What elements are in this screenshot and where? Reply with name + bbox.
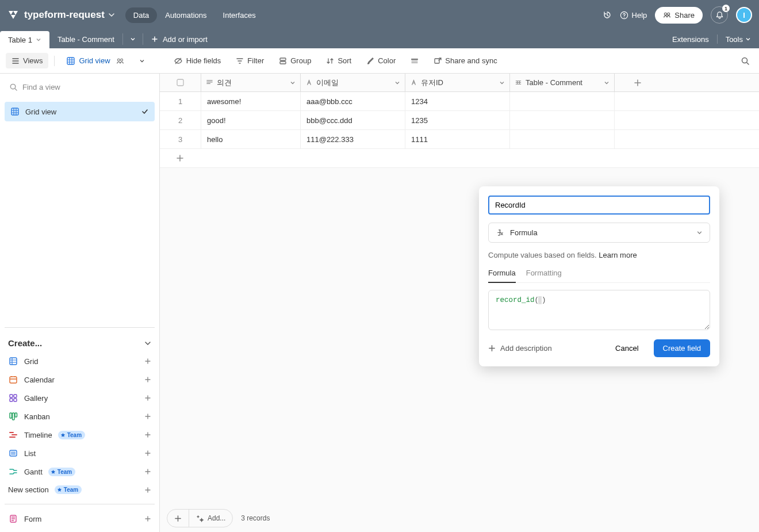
create-gantt[interactable]: Gantt Team (5, 463, 155, 480)
column-header-userid[interactable]: 유저ID (405, 74, 510, 91)
app-logo-icon (7, 9, 20, 21)
svg-point-12 (742, 58, 747, 63)
add-or-import-button[interactable]: Add or import (143, 30, 216, 48)
nav-tab-automations[interactable]: Automations (157, 7, 214, 23)
cell[interactable] (510, 130, 615, 148)
cell[interactable]: aaa@bbb.ccc (301, 92, 405, 110)
sort-button[interactable]: Sort (320, 53, 357, 68)
nav-tab-interfaces[interactable]: Interfaces (215, 7, 264, 23)
chevron-down-icon[interactable] (108, 12, 115, 18)
search-button[interactable] (737, 53, 753, 69)
create-timeline[interactable]: Timeline Team (5, 426, 155, 443)
svg-marker-1 (13, 11, 18, 15)
cancel-button[interactable]: Cancel (606, 339, 647, 357)
view-item-grid-view[interactable]: Grid view (5, 102, 155, 121)
table-row[interactable]: 3 hello 111@222.333 1111 (160, 130, 759, 149)
create-grid[interactable]: Grid (5, 353, 155, 370)
plus-icon (144, 358, 151, 365)
view-options-dropdown[interactable] (133, 55, 151, 67)
table-row[interactable]: 2 good! bbb@ccc.ddd 1235 (160, 111, 759, 130)
long-text-icon (206, 79, 213, 86)
hide-fields-button[interactable]: Hide fields (168, 53, 227, 69)
history-icon[interactable] (603, 10, 612, 20)
create-field-button[interactable]: Create field (654, 339, 710, 357)
chevron-down-icon[interactable] (290, 80, 296, 86)
share-button[interactable]: Share (655, 7, 703, 24)
find-view-input[interactable]: Find a view (5, 78, 155, 96)
cell[interactable]: good! (201, 111, 301, 129)
table-row[interactable]: 1 awesome! aaa@bbb.ccc 1234 (160, 92, 759, 111)
cell[interactable]: 1234 (405, 92, 510, 110)
text-icon (410, 79, 417, 86)
footer-add-record-button[interactable] (167, 510, 189, 527)
plus-icon (144, 413, 151, 420)
svg-rect-18 (14, 395, 17, 397)
workspace-name[interactable]: typeform-request (24, 9, 105, 21)
chevron-down-icon[interactable] (604, 80, 610, 86)
cell[interactable] (510, 92, 615, 110)
extensions-button[interactable]: Extensions (664, 30, 717, 48)
cell[interactable]: hello (201, 130, 301, 148)
cell[interactable]: 1111 (405, 130, 510, 148)
current-view-button[interactable]: Grid view (60, 53, 129, 69)
popup-tab-formula[interactable]: Formula (488, 269, 516, 283)
plus-icon (144, 450, 151, 457)
formula-editor[interactable]: record_id() (488, 290, 710, 330)
create-section-header[interactable]: Create... (5, 334, 155, 353)
add-row-button[interactable] (160, 149, 759, 168)
column-header-email[interactable]: 이메일 (301, 74, 405, 91)
help-button[interactable]: Help (620, 11, 647, 20)
create-new-section[interactable]: New section Team (5, 481, 155, 498)
add-column-button[interactable] (615, 74, 661, 91)
grid-body: 1 awesome! aaa@bbb.ccc 1234 2 good! bbb@… (160, 92, 759, 168)
share-sync-button[interactable]: Share and sync (428, 53, 503, 68)
create-kanban[interactable]: Kanban (5, 408, 155, 425)
plus-icon (144, 395, 151, 401)
plus-icon (144, 487, 151, 493)
user-avatar[interactable]: I (736, 7, 752, 23)
column-header-opinion[interactable]: 의견 (201, 74, 301, 91)
cell[interactable]: 1235 (405, 111, 510, 129)
text-icon (305, 79, 313, 86)
learn-more-link[interactable]: Learn more (599, 251, 637, 259)
svg-rect-26 (177, 79, 183, 86)
select-all-checkbox[interactable] (160, 74, 201, 91)
svg-rect-11 (435, 59, 439, 63)
svg-rect-17 (10, 395, 13, 397)
create-form[interactable]: Form (5, 510, 155, 527)
svg-rect-19 (10, 399, 13, 401)
main-grid-area: 의견 이메일 유저ID Table - Comment (160, 74, 759, 532)
nav-tab-data[interactable]: Data (125, 7, 157, 23)
cell[interactable]: 111@222.333 (301, 130, 405, 148)
sheet-tab-bar: Table 1 Table - Comment Add or import Ex… (0, 30, 759, 48)
views-toggle[interactable]: Views (6, 53, 48, 68)
svg-rect-15 (10, 358, 17, 365)
footer-add-menu-button[interactable]: Add... (189, 510, 232, 527)
field-type-selector[interactable]: Formula (488, 223, 710, 243)
cell[interactable] (510, 111, 615, 129)
record-count: 3 records (241, 514, 270, 522)
filter-button[interactable]: Filter (230, 53, 270, 68)
svg-rect-9 (280, 58, 286, 60)
row-height-button[interactable] (405, 53, 424, 68)
sheet-tab-table-comment[interactable]: Table - Comment (49, 30, 122, 48)
sheet-tab-table-1[interactable]: Table 1 (0, 31, 49, 48)
create-gallery[interactable]: Gallery (5, 389, 155, 407)
svg-point-4 (665, 13, 667, 15)
chevron-down-icon[interactable] (394, 80, 400, 86)
color-button[interactable]: Color (361, 53, 401, 68)
field-name-input[interactable] (488, 196, 710, 215)
cell[interactable]: awesome! (201, 92, 301, 110)
add-description-button[interactable]: Add description (488, 344, 552, 353)
column-header-table-comment[interactable]: Table - Comment (510, 74, 615, 91)
sheet-tab-dropdown[interactable] (123, 30, 143, 48)
group-button[interactable]: Group (273, 53, 317, 68)
tools-button[interactable]: Tools (718, 30, 759, 48)
chevron-down-icon[interactable] (499, 80, 505, 86)
create-list[interactable]: List (5, 445, 155, 462)
popup-tab-formatting[interactable]: Formatting (526, 269, 562, 282)
cell[interactable]: bbb@ccc.ddd (301, 111, 405, 129)
svg-rect-14 (12, 108, 18, 115)
create-calendar[interactable]: Calendar (5, 371, 155, 388)
notifications-button[interactable]: 1 (711, 6, 728, 24)
